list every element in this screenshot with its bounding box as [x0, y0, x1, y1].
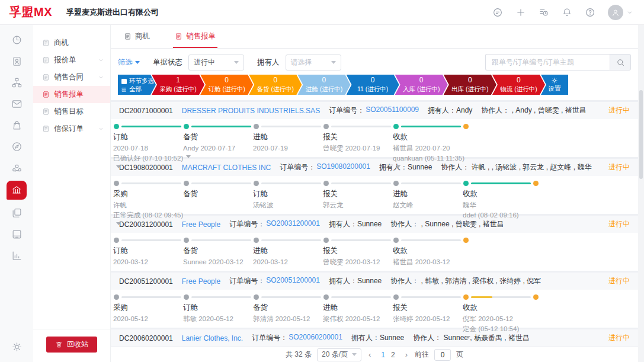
order-no-link[interactable]: SO20051200001: [266, 276, 320, 286]
rail-item-compass[interactable]: [7, 138, 26, 155]
stage-name: 进舱: [253, 245, 322, 257]
timeline-dot: [393, 181, 399, 186]
help-button[interactable]: [585, 7, 595, 18]
sidebar-item-label: 商机: [54, 38, 69, 48]
expand-caret[interactable]: [116, 222, 121, 225]
expand-caret[interactable]: [116, 165, 121, 168]
timeline-dot: [254, 181, 259, 186]
doc-icon: [42, 56, 50, 64]
timeline-dot: [254, 238, 259, 243]
total-count: 共 32 条: [286, 350, 312, 360]
page-size-select[interactable]: 20 条/页: [317, 348, 361, 361]
pipeline-stage-0[interactable]: 1采购 (进行中): [152, 75, 204, 95]
plus-button[interactable]: [515, 7, 526, 18]
scrollbar-thumb[interactable]: [639, 90, 643, 179]
rail-item-team[interactable]: [7, 159, 26, 176]
stage-count: 0: [395, 76, 448, 84]
rail-item-book[interactable]: [7, 226, 26, 242]
stage-1: 备货: [183, 188, 252, 200]
chevron-down-icon: [98, 126, 104, 132]
owner-select[interactable]: 请选择: [286, 55, 341, 71]
rail-item-stats[interactable]: [7, 247, 26, 264]
expand-caret[interactable]: [466, 222, 470, 225]
schedule-button[interactable]: [539, 7, 549, 18]
pipeline-stage-4[interactable]: 011 (进行中): [347, 75, 399, 95]
rail-item-trade[interactable]: [7, 181, 27, 200]
page-number-2[interactable]: 2: [388, 351, 398, 359]
recycle-bin-button[interactable]: 回收站: [46, 337, 97, 353]
stage-detail: 2020-05-12: [113, 314, 182, 324]
timeline-dot: [323, 181, 329, 186]
status-select[interactable]: 进行中: [188, 55, 244, 71]
order-no-link[interactable]: SO20060200001: [289, 333, 342, 343]
multi-select-checkbox[interactable]: [121, 79, 127, 84]
customer-link[interactable]: Free People: [182, 277, 220, 286]
sidebar-item-baojiadan[interactable]: 报价单: [33, 52, 110, 69]
order-no-link[interactable]: SO19080200001: [316, 162, 370, 172]
next-page-button[interactable]: ›: [403, 350, 409, 359]
expand-caret[interactable]: [466, 336, 470, 339]
expand-caret[interactable]: [186, 155, 191, 158]
rail-item-org[interactable]: [7, 74, 26, 91]
tab-bar: 商机销售报单: [111, 25, 638, 49]
sidebar-item-shangji[interactable]: 商机: [33, 34, 110, 52]
stage-label: 物流 (进行中): [492, 85, 545, 94]
page-number-1[interactable]: 1: [378, 351, 388, 359]
page-numbers: 12: [378, 351, 398, 359]
rail-item-settings[interactable]: [7, 338, 26, 355]
timeline-dot: [184, 181, 189, 186]
filter-toggle[interactable]: 筛选: [118, 57, 140, 68]
expand-caret[interactable]: [396, 165, 401, 168]
pipeline-bar: 环节多选 全部 1采购 (进行中)0订舱 (进行中)0备货 (进行中)0进舱 (…: [118, 75, 568, 95]
sidebar-item-xiaoshoumubiao[interactable]: 销售目标: [33, 103, 110, 120]
sidebar-item-xinbaodingdan[interactable]: 信保订单: [33, 120, 110, 137]
order-no-link[interactable]: SO20031200001: [266, 219, 320, 229]
pipeline-lead-block[interactable]: 环节多选 全部: [118, 75, 156, 95]
customer-link[interactable]: DRESSER PRODUITS INDUSTRIELS.SAS: [182, 107, 320, 115]
order-card-DC20051200001: DC20051200001Free People订单编号：SO200512000…: [111, 273, 638, 328]
pipeline-stage-3[interactable]: 0进舱 (进行中): [297, 75, 350, 95]
pipeline-stage-1[interactable]: 0订舱 (进行中): [200, 75, 253, 95]
stage-4: 进舱赵文峰: [393, 188, 462, 210]
customer-link[interactable]: Free People: [182, 220, 220, 229]
prev-page-button[interactable]: ‹: [367, 350, 373, 359]
user-menu[interactable]: [608, 5, 633, 20]
search-input[interactable]: [485, 54, 610, 71]
goto-page-input[interactable]: [434, 349, 451, 361]
customer-link[interactable]: MARCRAFT CLOTHES INC: [182, 164, 271, 172]
stage-name: 订舱: [113, 245, 182, 257]
stage-name: 备货: [183, 245, 252, 257]
stage-count: 0: [347, 76, 399, 84]
bell-button[interactable]: [562, 7, 572, 18]
rail-item-contacts[interactable]: [7, 53, 26, 69]
avatar[interactable]: [608, 5, 623, 20]
timeline-connector: [401, 182, 461, 184]
stage-count: 0: [249, 76, 302, 84]
rail-item-mail[interactable]: [7, 95, 26, 112]
search-button[interactable]: [610, 54, 631, 71]
sidebar-item-label: 信保订单: [54, 124, 84, 134]
rail-item-dashboard[interactable]: [7, 31, 26, 48]
sidebar-item-xiaoshouhetong[interactable]: 销售合同: [33, 69, 110, 86]
pipeline-stage-6[interactable]: 0出库 (进行中): [444, 75, 496, 95]
timeline-dot: [323, 238, 329, 243]
doc-icon: [42, 91, 50, 98]
order-no-link[interactable]: SO20051100009: [366, 105, 419, 116]
order-timeline: 订舱2020-03-12备货Sunnee 2020-03-12进舱2020-03…: [111, 233, 638, 271]
pipeline-stage-2[interactable]: 0备货 (进行中): [249, 75, 302, 95]
order-header: DC20031200001Free People订单编号：SO200312000…: [111, 216, 638, 233]
stage-detail: Sunnee 2020-03-12: [183, 257, 252, 267]
order-header: DC20060200001Lanier Clothes, Inc.订单编号：SO…: [111, 329, 638, 347]
tab-shangji[interactable]: 商机: [122, 31, 152, 48]
stage-detail: quankuan (05-11 11:35): [393, 153, 462, 164]
rail-item-documents[interactable]: [7, 204, 26, 221]
pipeline-stage-7[interactable]: 0物流 (进行中): [492, 75, 545, 95]
rail-item-shopping-bag[interactable]: [7, 117, 26, 133]
tab-xiaoshoubaodan[interactable]: 销售报单: [173, 31, 217, 48]
stage-name: 报关: [323, 132, 392, 143]
pipeline-stage-5[interactable]: 0入库 (进行中): [395, 75, 448, 95]
customer-link[interactable]: Lanier Clothes, Inc.: [182, 334, 243, 342]
sidebar-item-xiaoshoubaodan[interactable]: 销售报单: [33, 86, 110, 103]
message-button[interactable]: [492, 7, 503, 18]
timeline-connector: [401, 296, 461, 298]
